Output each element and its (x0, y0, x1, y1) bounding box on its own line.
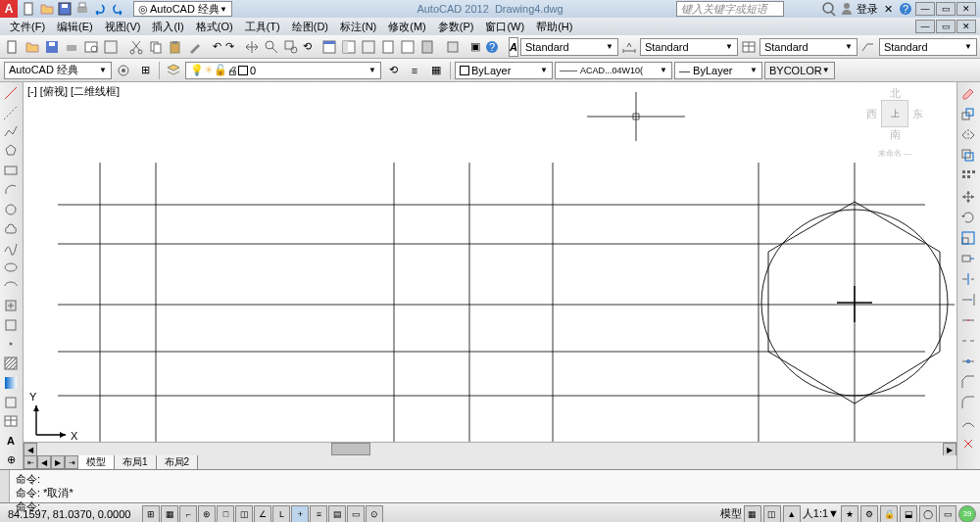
mtext-icon[interactable]: A (0, 432, 22, 451)
menu-tools[interactable]: 工具(T) (239, 18, 286, 36)
open-icon[interactable] (24, 37, 41, 57)
hatch-icon[interactable] (0, 355, 22, 373)
menu-format[interactable]: 格式(O) (190, 18, 239, 36)
clean-screen-icon[interactable]: ▣ (469, 37, 481, 57)
menu-view[interactable]: 视图(V) (99, 18, 147, 36)
tab-prev-icon[interactable]: ◀ (37, 455, 51, 469)
viewcube[interactable]: 北 西上东 南 未命名 — (862, 86, 927, 165)
zoom-realtime-icon[interactable] (263, 37, 280, 57)
move-icon[interactable] (957, 187, 979, 207)
mirror-icon[interactable] (957, 125, 979, 145)
redo-icon[interactable]: ↷ (224, 37, 235, 57)
search-input[interactable]: 键入关键字或短语 (676, 1, 784, 17)
menu-help[interactable]: 帮助(H) (530, 18, 578, 36)
workspace-settings-icon[interactable] (114, 61, 133, 80)
circle-icon[interactable] (0, 200, 22, 218)
tab-model[interactable]: 模型 (78, 455, 115, 469)
qat-undo-icon[interactable] (92, 1, 108, 17)
qat-print-icon[interactable] (74, 1, 90, 17)
layer-props-icon[interactable] (164, 61, 183, 80)
offset-icon[interactable] (957, 146, 979, 166)
paste-icon[interactable] (167, 37, 184, 57)
menu-dimension[interactable]: 标注(N) (334, 18, 382, 36)
drawing-canvas[interactable] (24, 82, 956, 469)
match-props-icon[interactable] (186, 37, 204, 57)
tab-next-icon[interactable]: ▶ (51, 455, 65, 469)
cut-icon[interactable] (127, 37, 145, 57)
rotate-icon[interactable] (957, 208, 979, 227)
layer-states-icon[interactable]: ≡ (405, 61, 424, 80)
gradient-icon[interactable] (0, 374, 22, 393)
plot-icon[interactable] (63, 37, 80, 57)
tablestyle-dropdown[interactable]: Standard▼ (760, 38, 858, 56)
login-label[interactable]: 登录 (857, 2, 878, 17)
exchange-icon[interactable]: ✕ (880, 1, 896, 17)
maximize-button[interactable]: ▭ (936, 2, 956, 16)
minimize-button[interactable]: — (915, 2, 935, 16)
color-dropdown[interactable]: ByLayer▼ (455, 62, 553, 79)
undo-icon[interactable]: ↶ (212, 37, 222, 57)
extend-icon[interactable] (957, 290, 979, 309)
menu-draw[interactable]: 绘图(D) (286, 18, 334, 36)
horizontal-scrollbar[interactable]: ◀ ▶ (24, 442, 956, 455)
trim-icon[interactable] (957, 269, 979, 289)
cmd-prompt[interactable]: 命令: (16, 499, 976, 513)
polygon-icon[interactable] (0, 142, 22, 161)
zoom-window-icon[interactable] (282, 37, 300, 57)
menu-parametric[interactable]: 参数(P) (432, 18, 480, 36)
linetype-dropdown[interactable]: —— ACAD...04W10(▼ (555, 62, 672, 79)
tablestyle-icon[interactable] (740, 37, 758, 57)
tab-last-icon[interactable]: ⇥ (65, 455, 78, 469)
lineweight-dropdown[interactable]: — ByLayer▼ (674, 62, 762, 79)
join-icon[interactable] (957, 352, 979, 371)
help2-icon[interactable]: ? (483, 37, 501, 57)
doc-restore-button[interactable]: ▭ (936, 20, 956, 33)
fillet-icon[interactable] (957, 393, 979, 412)
erase-icon[interactable] (957, 84, 979, 104)
menu-modify[interactable]: 修改(M) (382, 18, 432, 36)
mleaderstyle-icon[interactable] (859, 37, 877, 57)
plot-preview-icon[interactable] (82, 37, 100, 57)
spline-icon[interactable] (0, 239, 22, 258)
explode-icon[interactable] (957, 434, 979, 453)
copy-icon[interactable] (147, 37, 165, 57)
qat-redo-icon[interactable] (110, 1, 125, 17)
copy2-icon[interactable] (957, 105, 979, 124)
layer-iso-icon[interactable]: ▦ (426, 61, 446, 80)
revcloud-icon[interactable] (0, 219, 22, 238)
insert-block-icon[interactable] (0, 297, 22, 315)
pan-icon[interactable] (243, 37, 261, 57)
xline-icon[interactable] (0, 104, 22, 122)
scroll-left-icon[interactable]: ◀ (24, 443, 37, 456)
qat-save-icon[interactable] (57, 1, 73, 17)
user-icon[interactable] (839, 1, 855, 17)
menu-window[interactable]: 窗口(W) (479, 18, 530, 36)
sheet-set-icon[interactable] (379, 37, 397, 57)
app-logo[interactable]: A (0, 0, 18, 18)
textstyle-icon[interactable]: A (509, 37, 518, 57)
close-button[interactable]: ✕ (956, 2, 976, 16)
point-icon[interactable] (0, 335, 22, 354)
search-icon[interactable] (821, 1, 837, 17)
tab-first-icon[interactable]: ⇤ (24, 455, 37, 469)
menu-file[interactable]: 文件(F) (4, 18, 51, 36)
ellipse-icon[interactable] (0, 258, 22, 276)
workspace2-dropdown[interactable]: AutoCAD 经典▼ (4, 62, 112, 79)
plotstyle-dropdown[interactable]: BYCOLOR▼ (764, 62, 835, 79)
layer-previous-icon[interactable]: ⟲ (383, 61, 403, 80)
save-icon[interactable] (43, 37, 61, 57)
line-icon[interactable] (0, 84, 22, 103)
region-icon[interactable] (0, 393, 22, 411)
design-center-icon[interactable] (340, 37, 358, 57)
layer-dropdown[interactable]: 💡☀🔓🖨 0 ▼ (185, 62, 381, 79)
array-icon[interactable] (957, 166, 979, 186)
tool-palettes-icon[interactable] (360, 37, 377, 57)
tab-layout2[interactable]: 布局2 (157, 455, 199, 469)
dimstyle-dropdown[interactable]: Standard▼ (640, 38, 738, 56)
chamfer-icon[interactable] (957, 372, 979, 392)
my-workspace-icon[interactable]: ⊞ (135, 61, 155, 80)
scale-icon[interactable] (957, 228, 979, 248)
dimstyle-icon[interactable] (620, 37, 638, 57)
block-editor-icon[interactable] (444, 37, 462, 57)
command-line[interactable]: 命令: 命令: *取消* 命令: (0, 469, 980, 502)
